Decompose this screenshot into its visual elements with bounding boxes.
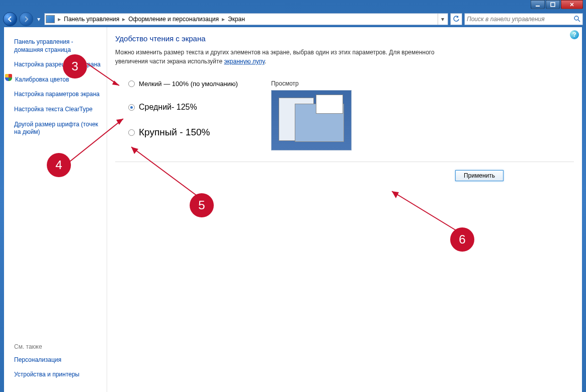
button-row: Применить xyxy=(115,170,574,181)
radio-option-small[interactable]: Мелкий — 100% (по умолчанию) xyxy=(128,80,238,88)
sidebar: Панель управления - домашняя страница На… xyxy=(4,27,107,392)
radio-group-dpi: Мелкий — 100% (по умолчанию) Средний- 12… xyxy=(115,80,238,150)
radio-input-large[interactable] xyxy=(128,129,135,136)
sidebar-item-display-settings[interactable]: Настройка параметров экрана xyxy=(14,89,101,104)
svg-line-9 xyxy=(392,191,456,230)
breadcrumb-dropdown[interactable]: ▾ xyxy=(438,14,447,25)
radio-label-medium: Средний- 125% xyxy=(139,103,197,112)
options-area: Мелкий — 100% (по умолчанию) Средний- 12… xyxy=(115,80,574,150)
breadcrumb-item-2[interactable]: Экран xyxy=(226,16,247,23)
svg-point-2 xyxy=(574,16,578,20)
preview-label: Просмотр xyxy=(268,80,352,87)
sidebar-item-custom-dpi[interactable]: Другой размер шрифта (точек на дюйм) xyxy=(14,119,101,141)
apply-button[interactable]: Применить xyxy=(455,170,504,181)
annotation-arrow-6 xyxy=(389,188,459,233)
search-box[interactable] xyxy=(464,13,583,25)
sidebar-item-resolution[interactable]: Настройка разрешения экрана xyxy=(14,59,101,74)
search-input[interactable] xyxy=(467,16,573,23)
control-panel-icon xyxy=(46,15,55,23)
breadcrumb: ▸ Панель управления ▸ Оформление и персо… xyxy=(44,13,448,25)
preview-column: Просмотр xyxy=(268,80,352,150)
annotation-callout-5: 5 xyxy=(190,193,214,217)
breadcrumb-item-1[interactable]: Оформление и персонализация xyxy=(126,16,221,23)
sidebar-item-cleartype[interactable]: Настройка текста ClearType xyxy=(14,104,101,119)
help-icon[interactable]: ? xyxy=(570,30,579,39)
nav-back-button[interactable] xyxy=(3,12,17,26)
content: ? Удобство чтения с экрана Можно изменит… xyxy=(107,27,582,392)
breadcrumb-sep: ▸ xyxy=(121,16,126,23)
preview-image xyxy=(271,90,352,150)
radio-option-large[interactable]: Крупный - 150% xyxy=(128,127,238,138)
radio-input-medium[interactable] xyxy=(128,104,135,111)
shield-icon xyxy=(5,74,12,81)
window-controls xyxy=(531,0,583,9)
breadcrumb-sep: ▸ xyxy=(221,16,226,23)
svg-rect-0 xyxy=(536,6,540,7)
radio-input-small[interactable] xyxy=(128,81,135,87)
breadcrumb-sep: ▸ xyxy=(57,16,62,23)
nav-forward-button[interactable] xyxy=(19,12,33,26)
desc-text-post: . xyxy=(265,58,266,65)
address-bar: ▾ ▸ Панель управления ▸ Оформление и пер… xyxy=(0,11,586,27)
nav-history-dropdown[interactable]: ▾ xyxy=(35,14,42,24)
sidebar-item-calibration[interactable]: Калибровка цветов xyxy=(15,74,69,89)
svg-rect-1 xyxy=(551,3,555,7)
page-description: Можно изменить размер текста и других эл… xyxy=(115,48,457,66)
sidebar-footer: См. также Персонализация Устройства и пр… xyxy=(14,343,101,388)
see-also-devices[interactable]: Устройства и принтеры xyxy=(14,369,101,384)
radio-option-medium[interactable]: Средний- 125% xyxy=(128,103,238,112)
page-title: Удобство чтения с экрана xyxy=(115,34,574,43)
desc-text: Можно изменить размер текста и других эл… xyxy=(115,49,435,65)
close-button[interactable] xyxy=(561,0,583,9)
breadcrumb-item-0[interactable]: Панель управления xyxy=(62,16,121,23)
refresh-button[interactable] xyxy=(450,13,462,25)
see-also-header: См. также xyxy=(14,343,101,354)
maximize-button[interactable] xyxy=(546,0,560,9)
search-icon[interactable] xyxy=(573,15,580,24)
titlebar xyxy=(0,0,586,11)
see-also-personalization[interactable]: Персонализация xyxy=(14,354,101,369)
sidebar-item-home[interactable]: Панель управления - домашняя страница xyxy=(14,36,101,59)
window-body: Панель управления - домашняя страница На… xyxy=(4,27,582,392)
svg-marker-10 xyxy=(392,191,399,198)
separator xyxy=(115,162,574,162)
radio-label-small: Мелкий — 100% (по умолчанию) xyxy=(139,80,238,88)
radio-label-large: Крупный - 150% xyxy=(139,127,210,138)
minimize-button[interactable] xyxy=(531,0,545,9)
magnifier-link[interactable]: экранную лупу xyxy=(224,58,265,65)
annotation-callout-6: 6 xyxy=(450,227,474,252)
